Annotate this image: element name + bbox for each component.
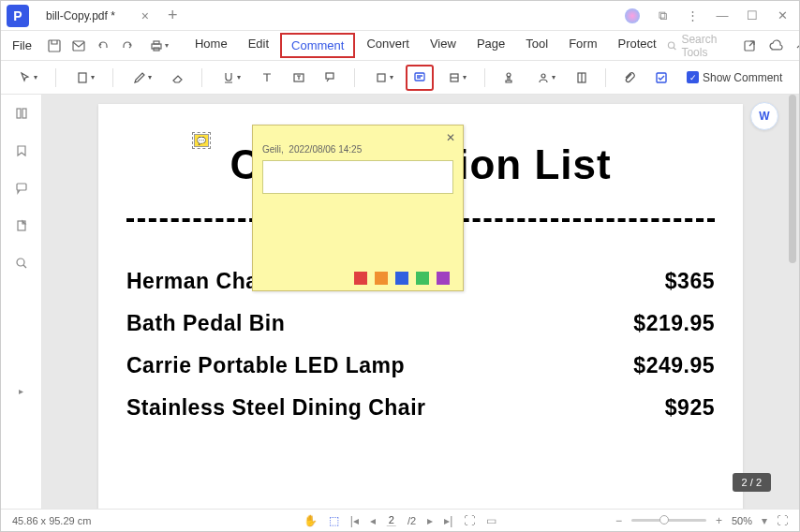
callout-tool[interactable] bbox=[317, 65, 345, 91]
shape-tool[interactable]: ▾ bbox=[364, 65, 402, 91]
zoom-thumb[interactable] bbox=[659, 515, 669, 525]
underline-tool[interactable]: ▾ bbox=[212, 65, 249, 91]
zoom-level[interactable]: 50% bbox=[732, 515, 752, 526]
textbox-tool[interactable] bbox=[285, 65, 313, 91]
tab-close-icon[interactable]: × bbox=[141, 8, 149, 23]
signature-tool[interactable]: ▾ bbox=[526, 65, 564, 91]
first-page-icon[interactable]: |◂ bbox=[350, 514, 359, 527]
item-price: $925 bbox=[665, 395, 715, 421]
tab-home[interactable]: Home bbox=[185, 33, 237, 58]
tab-comment[interactable]: Comment bbox=[280, 33, 355, 58]
svg-point-21 bbox=[17, 259, 24, 266]
comment-toolbar: ▾ ▾ ▾ ▾ ▾ ▾ ▾ ✓ Show Comment bbox=[1, 61, 799, 95]
print-icon[interactable]: ▾ bbox=[148, 35, 170, 57]
app-icon: P bbox=[7, 5, 29, 27]
vertical-scrollbar[interactable] bbox=[789, 95, 796, 263]
text-tool[interactable] bbox=[253, 65, 281, 91]
more-icon[interactable]: ⋮ bbox=[679, 3, 705, 29]
zoom-out-icon[interactable]: − bbox=[615, 514, 622, 527]
color-orange[interactable] bbox=[375, 272, 388, 285]
color-yellow[interactable] bbox=[333, 272, 347, 285]
bookmark-icon[interactable] bbox=[10, 140, 33, 162]
attachment-panel-icon[interactable] bbox=[10, 214, 33, 237]
close-button[interactable]: ✕ bbox=[769, 3, 795, 29]
menu-bar: File ▾ Home Edit Comment Convert View Pa… bbox=[1, 31, 799, 61]
save-icon[interactable] bbox=[43, 35, 66, 57]
tab-form[interactable]: Form bbox=[559, 33, 606, 58]
checkbox-tool[interactable] bbox=[647, 65, 675, 91]
sticky-close-icon[interactable]: ✕ bbox=[446, 131, 455, 144]
svg-rect-10 bbox=[378, 74, 385, 81]
search-panel-icon[interactable] bbox=[10, 252, 33, 274]
last-page-icon[interactable]: ▸| bbox=[444, 514, 452, 527]
fit-width-icon[interactable]: ⛶ bbox=[464, 514, 475, 527]
sticky-note-popup[interactable]: ✕ Geili, 2022/08/06 14:25 bbox=[252, 125, 464, 291]
stamp-tool[interactable] bbox=[495, 65, 523, 91]
sticky-text-input[interactable] bbox=[262, 160, 453, 194]
document-tab[interactable]: bill-Copy.pdf * × bbox=[35, 3, 160, 29]
attachment-tool[interactable] bbox=[615, 65, 644, 91]
color-purple[interactable] bbox=[437, 272, 450, 285]
minimize-button[interactable]: — bbox=[709, 3, 735, 29]
cloud-icon[interactable] bbox=[766, 35, 784, 57]
eraser-tool[interactable] bbox=[164, 65, 192, 91]
area-tool[interactable]: ▾ bbox=[437, 65, 475, 91]
item-name: Bath Pedal Bin bbox=[126, 311, 285, 336]
word-export-icon[interactable]: W bbox=[750, 102, 778, 130]
hand-tool-icon[interactable]: ✋ bbox=[304, 514, 318, 527]
select-tool[interactable]: ▾ bbox=[8, 65, 46, 91]
zoom-in-icon[interactable]: + bbox=[716, 514, 722, 527]
color-red[interactable] bbox=[354, 272, 367, 285]
select-mode-icon[interactable]: ⬚ bbox=[329, 514, 339, 527]
pencil-tool[interactable]: ▾ bbox=[123, 65, 160, 91]
sticky-note-tool[interactable] bbox=[406, 65, 434, 91]
title-bar: P bill-Copy.pdf * × + ⧉ ⋮ — ☐ ✕ bbox=[1, 1, 799, 31]
comments-icon[interactable] bbox=[10, 177, 33, 200]
redo-icon[interactable] bbox=[116, 35, 139, 57]
page-dimensions: 45.86 x 95.29 cm bbox=[12, 515, 91, 526]
tab-convert[interactable]: Convert bbox=[357, 33, 419, 58]
undo-icon[interactable] bbox=[92, 35, 114, 57]
maximize-button[interactable]: ☐ bbox=[739, 3, 765, 29]
check-icon: ✓ bbox=[687, 71, 699, 83]
page-navigation: ✋ ⬚ |◂ ◂ 2 /2 ▸ ▸| ⛶ ▭ bbox=[304, 514, 497, 527]
page-icon-tool[interactable]: ▾ bbox=[66, 65, 103, 91]
fullscreen-icon[interactable]: ⛶ bbox=[777, 514, 788, 527]
expand-sidebar-icon[interactable]: ▸ bbox=[19, 386, 23, 396]
search-tools[interactable]: Search Tools bbox=[666, 33, 733, 59]
svg-rect-3 bbox=[154, 41, 159, 44]
tab-tool[interactable]: Tool bbox=[516, 33, 557, 58]
collapse-icon[interactable] bbox=[792, 35, 800, 57]
page-number-input[interactable]: 2 bbox=[387, 514, 396, 526]
color-blue[interactable] bbox=[395, 272, 408, 285]
item-row: Bath Pedal Bin$219.95 bbox=[126, 311, 715, 336]
tab-page[interactable]: Page bbox=[467, 33, 514, 58]
tab-edit[interactable]: Edit bbox=[239, 33, 278, 58]
sticky-color-palette bbox=[333, 272, 450, 285]
sticky-date: 2022/08/06 14:25 bbox=[289, 144, 362, 155]
svg-rect-1 bbox=[73, 41, 84, 51]
tab-view[interactable]: View bbox=[421, 33, 466, 58]
prev-page-icon[interactable]: ◂ bbox=[370, 514, 376, 527]
share-icon[interactable]: ⧉ bbox=[649, 3, 675, 29]
measure-tool[interactable] bbox=[568, 65, 596, 91]
search-placeholder: Search Tools bbox=[681, 33, 733, 59]
next-page-icon[interactable]: ▸ bbox=[427, 514, 433, 527]
ai-icon[interactable] bbox=[619, 3, 645, 29]
color-green[interactable] bbox=[416, 272, 429, 285]
fit-page-icon[interactable]: ▭ bbox=[486, 514, 496, 527]
zoom-dropdown-icon[interactable]: ▾ bbox=[762, 514, 767, 527]
external-link-icon[interactable] bbox=[741, 35, 759, 57]
file-menu[interactable]: File bbox=[5, 38, 39, 52]
note-marker-icon[interactable]: 💬 bbox=[194, 134, 209, 147]
thumbnails-icon[interactable] bbox=[10, 102, 33, 125]
new-tab-button[interactable]: + bbox=[168, 6, 178, 25]
show-comment-toggle[interactable]: ✓ Show Comment bbox=[687, 71, 782, 84]
svg-rect-18 bbox=[22, 109, 26, 118]
left-sidebar: ▸ bbox=[1, 95, 42, 509]
svg-rect-9 bbox=[326, 73, 333, 79]
tab-protect[interactable]: Protect bbox=[608, 33, 665, 58]
tab-filename: bill-Copy.pdf * bbox=[46, 9, 115, 22]
zoom-slider[interactable] bbox=[631, 519, 706, 522]
mail-icon[interactable] bbox=[67, 35, 90, 57]
